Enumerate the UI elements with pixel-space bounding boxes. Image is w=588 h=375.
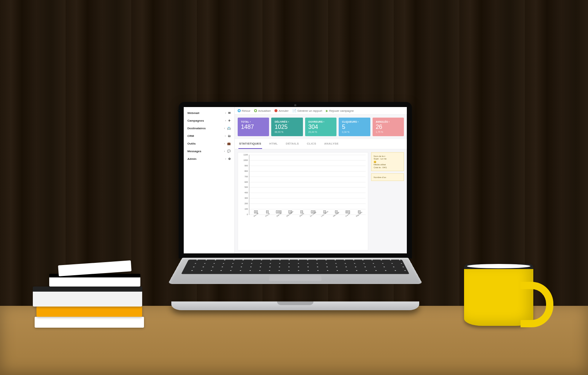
sidebar-item-label: Webmail xyxy=(187,111,223,115)
chevron-left-icon: ‹ xyxy=(224,127,225,130)
bar-en erreur: 100En erreur xyxy=(308,210,319,214)
tab-html[interactable]: HTML xyxy=(269,139,279,149)
sidebar-item-messages[interactable]: Messages‹💬 xyxy=(184,147,234,155)
app-screen: Webmail‹✉Campagnes‹✈Destinataires‹📇CRM‹🗂… xyxy=(184,107,407,253)
refresh-button[interactable]: Actualiser xyxy=(254,109,271,112)
y-tick: 900 xyxy=(245,165,248,167)
sidebar-item-crm[interactable]: CRM‹🗂 xyxy=(184,132,234,140)
refresh-label: Actualiser xyxy=(258,109,271,112)
metric-card[interactable]: CLIQUEURS ›50,34 % xyxy=(339,118,370,136)
sidebar-item-icon: 🗂 xyxy=(228,134,231,138)
y-tick: 1100 xyxy=(244,154,248,156)
card-percent: 20,44 % xyxy=(308,131,333,133)
chevron-left-icon: ‹ xyxy=(225,135,226,137)
bar-rapports: 5Rapports xyxy=(354,210,365,214)
y-tick: 100 xyxy=(245,208,248,210)
sidebar-item-label: Admin xyxy=(187,157,223,161)
sidebar-item-icon: ✉ xyxy=(228,111,231,115)
sidebar-item-icon: 💼 xyxy=(227,142,231,145)
info-row: Créé le : 04/1 xyxy=(374,166,401,169)
cancel-icon xyxy=(274,109,277,112)
sidebar-item-icon: 💬 xyxy=(227,150,231,153)
tab-clics[interactable]: CLICS xyxy=(306,139,317,149)
sidebar-item-destinataires[interactable]: Destinataires‹📇 xyxy=(184,125,234,132)
toolbar: Retour Actualiser Annuler 📄 Générer un r… xyxy=(235,107,407,115)
bar-désabonn.: 14Désabonn. xyxy=(285,210,296,214)
cancel-label: Annuler xyxy=(279,109,289,112)
tab-détails[interactable]: DÉTAILS xyxy=(285,139,300,149)
info-row: Média utilisé xyxy=(374,163,401,166)
bar-liste noire: 2Liste Noire xyxy=(320,210,330,214)
refresh-icon xyxy=(254,109,257,112)
campaign-info-footer: Nombre d'ou xyxy=(371,173,404,181)
sidebar-item-icon: ⚙ xyxy=(228,157,231,161)
replay-button[interactable]: ▶ Rejouer campagne xyxy=(326,109,354,112)
sidebar-item-admin[interactable]: Admin‹⚙ xyxy=(184,155,234,163)
sidebar-item-label: CRM xyxy=(187,134,223,138)
metric-cards: TOTAL ›1487DÉLIVRÉS ›102568,93 %OUVREURS… xyxy=(235,115,407,139)
chart-panel: 010020030040050060070080090010001100 26A… xyxy=(238,152,368,250)
sidebar-item-label: Campagnes xyxy=(187,119,223,122)
metric-card[interactable]: TOTAL ›1487 xyxy=(238,118,269,136)
replay-label: Rejouer campagne xyxy=(329,109,354,112)
sidebar-item-webmail[interactable]: Webmail‹✉ xyxy=(184,109,234,117)
notebooks-decor xyxy=(29,262,149,328)
card-percent: 0,34 % xyxy=(342,131,367,133)
chevron-left-icon: ‹ xyxy=(224,142,225,145)
info-row: Sujet : Le me xyxy=(374,158,401,160)
y-tick: 800 xyxy=(245,170,248,172)
sidebar-item-label: Messages xyxy=(187,150,222,153)
sidebar: Webmail‹✉Campagnes‹✈Destinataires‹📇CRM‹🗂… xyxy=(184,107,235,253)
tab-analyse[interactable]: ANALYSE xyxy=(323,139,339,149)
info-row: Nom de la c xyxy=(374,155,401,157)
mug-decor xyxy=(464,264,533,326)
sidebar-item-label: Destinataires xyxy=(187,127,222,130)
chevron-left-icon: ‹ xyxy=(225,158,226,160)
info-row: 😊 xyxy=(374,161,401,163)
card-title: TOTAL › xyxy=(241,121,266,123)
main-area: Retour Actualiser Annuler 📄 Générer un r… xyxy=(235,107,407,253)
back-button[interactable]: Retour xyxy=(238,109,250,112)
bar-cliqué: 5Cliqué xyxy=(262,210,273,214)
card-title: OUVREURS › xyxy=(308,121,333,123)
sidebar-item-icon: ✈ xyxy=(228,119,231,122)
play-icon: ▶ xyxy=(326,109,328,112)
sidebar-item-label: Outils xyxy=(187,142,222,145)
sidebar-item-campagnes[interactable]: Campagnes‹✈ xyxy=(184,117,234,125)
bar-annulé: 26Annulé xyxy=(251,210,261,214)
chevron-left-icon: ‹ xyxy=(224,150,225,153)
metric-card[interactable]: OUVREURS ›30420,44 % xyxy=(305,118,336,136)
y-tick: 200 xyxy=(245,202,248,205)
y-tick: 300 xyxy=(245,197,248,199)
bar-délivré: 1025Délivré xyxy=(274,210,284,214)
chevron-left-icon: ‹ xyxy=(225,112,226,114)
campaign-info: Nom de la cSujet : Le me😊Média utiliséCr… xyxy=(371,152,404,171)
card-value: 26 xyxy=(376,124,401,130)
card-value: 5 xyxy=(342,124,367,130)
card-value: 304 xyxy=(308,124,333,130)
tabs: STATISTIQUESHTMLDÉTAILSCLICSANALYSE xyxy=(235,139,407,149)
report-button[interactable]: 📄 Générer un rapport xyxy=(292,109,322,112)
tab-statistiques[interactable]: STATISTIQUES xyxy=(238,139,262,149)
chevron-left-icon: ‹ xyxy=(225,119,226,122)
cancel-button[interactable]: Annuler xyxy=(274,109,289,112)
y-tick: 1000 xyxy=(244,159,248,161)
y-tick: 500 xyxy=(245,186,248,188)
card-title: ANNULÉS › xyxy=(376,121,401,123)
sidebar-item-outils[interactable]: Outils‹💼 xyxy=(184,140,234,147)
report-label: Générer un rapport xyxy=(297,109,322,112)
bar-ouvert: 304Ouvert xyxy=(343,210,353,214)
back-icon xyxy=(238,109,241,112)
y-tick: 600 xyxy=(245,181,248,183)
bar-message: 3Message xyxy=(331,210,342,214)
y-tick: 0 xyxy=(247,213,248,216)
metric-card[interactable]: ANNULÉS ›261,75 % xyxy=(373,118,404,136)
card-title: CLIQUEURS › xyxy=(342,121,367,123)
bar-différé: 3Différé xyxy=(297,210,307,214)
y-tick: 400 xyxy=(245,192,248,194)
info-panel: Nom de la cSujet : Le me😊Média utiliséCr… xyxy=(371,152,404,250)
back-label: Retour xyxy=(242,109,250,112)
metric-card[interactable]: DÉLIVRÉS ›102568,93 % xyxy=(271,118,303,136)
card-title: DÉLIVRÉS › xyxy=(274,121,299,123)
card-percent: 1,75 % xyxy=(376,131,401,133)
